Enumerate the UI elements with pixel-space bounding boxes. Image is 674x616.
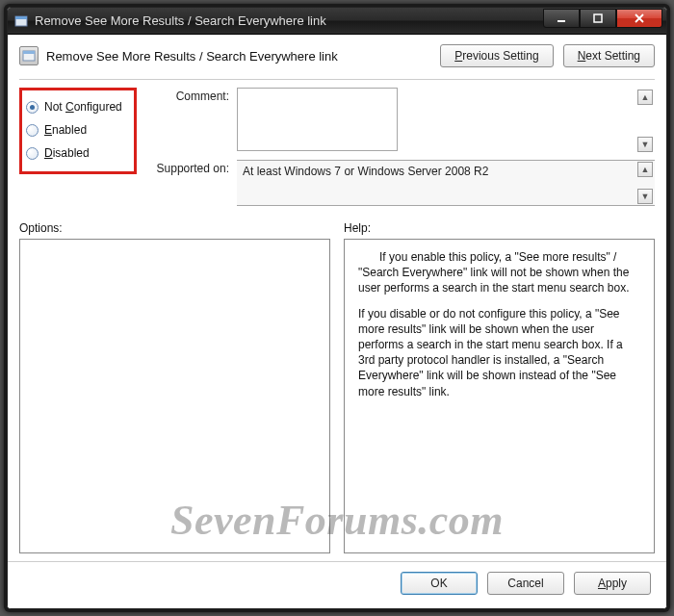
policy-title: Remove See More Results / Search Everywh… [46,49,338,64]
cancel-button[interactable]: Cancel [487,572,564,595]
maximize-button[interactable] [580,9,616,28]
minimize-button[interactable] [543,9,580,28]
radio-icon [26,124,39,137]
policy-icon [19,46,39,65]
ok-button[interactable]: OK [401,572,478,595]
previous-setting-button[interactable]: Previous Setting [440,44,553,67]
help-box: If you enable this policy, a "See more r… [344,239,655,553]
window-title: Remove See More Results / Search Everywh… [35,13,543,28]
scroll-down-icon[interactable]: ▼ [637,137,653,152]
footer: OK Cancel Apply [8,561,666,599]
comment-textarea[interactable] [237,88,398,151]
options-label: Options: [19,221,330,235]
svg-rect-5 [23,51,35,54]
app-icon [13,13,29,29]
radio-not-configured[interactable]: Not Configured [26,100,130,114]
help-text: If you disable or do not configure this … [358,306,640,399]
divider [19,79,655,80]
window-controls [543,9,662,28]
header-row: Remove See More Results / Search Everywh… [19,44,655,67]
help-text: If you enable this policy, a "See more r… [358,249,640,296]
radio-enabled[interactable]: Enabled [26,123,130,137]
comment-label: Comment: [144,88,229,103]
apply-button[interactable]: Apply [574,572,651,595]
svg-rect-1 [15,16,27,19]
supported-on-value: At least Windows 7 or Windows Server 200… [237,160,655,206]
next-setting-button[interactable]: Next Setting [563,44,655,67]
svg-rect-2 [557,20,565,22]
supported-label: Supported on: [144,160,229,175]
radio-disabled[interactable]: Disabled [26,146,130,160]
state-radio-group: Not Configured Enabled Disabled [19,88,137,174]
svg-rect-3 [594,14,602,22]
scroll-up-icon[interactable]: ▲ [637,90,653,105]
help-label: Help: [344,221,655,235]
close-button[interactable] [616,9,662,28]
radio-icon [26,101,39,114]
policy-window: Remove See More Results / Search Everywh… [7,7,667,609]
options-box [19,239,330,553]
scroll-up-icon[interactable]: ▲ [637,162,653,177]
radio-icon [26,147,39,160]
scroll-down-icon[interactable]: ▼ [637,189,653,204]
title-bar[interactable]: Remove See More Results / Search Everywh… [8,8,666,35]
